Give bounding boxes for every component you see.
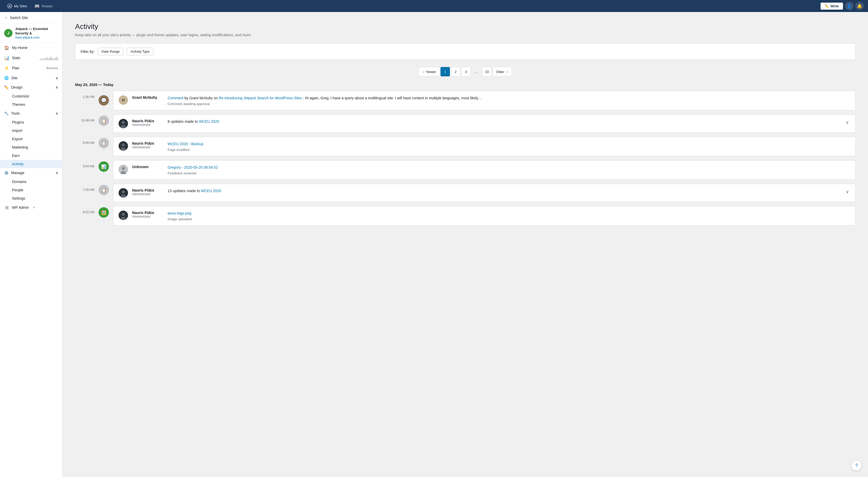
sidebar-item-customize[interactable]: Customize (0, 92, 62, 100)
nauris-name-2: Nauris Pūķis (132, 119, 163, 123)
activity-sub-3: Page modified (167, 148, 850, 152)
stem-5: 📋 (98, 182, 109, 197)
sidebar-label-stats: Stats (12, 56, 20, 60)
backup-icon-3: 📋 (98, 138, 109, 148)
site-url[interactable]: View jetpack.com (15, 36, 58, 39)
nauris-role-3: Administrator (132, 146, 163, 149)
svg-text:W: W (9, 5, 11, 7)
reader-nav[interactable]: 📖 Reader (31, 2, 56, 10)
pagination: ← Newer 1 2 3 … 33 Older → (75, 67, 856, 76)
svg-point-9 (122, 167, 125, 170)
sidebar-item-domains[interactable]: Domains (0, 178, 62, 186)
write-icon: ✏️ (825, 4, 829, 8)
svg-point-6 (122, 144, 125, 147)
activity-content-3: WCEU 2020 - Backup Page modified (167, 141, 850, 152)
nauris-role-6: Administrator (132, 215, 163, 218)
sidebar-item-design[interactable]: ✏️ Design ∧ (0, 83, 62, 92)
activity-card-5: Nauris Pūķis Administrator 13 updates ma… (113, 184, 856, 202)
user-avatar-icon[interactable]: 👤 (845, 2, 854, 10)
date-group-label: May 20, 2020 — Today (75, 83, 114, 87)
time-730am: 7:30 AM (83, 188, 94, 192)
app-layout: ← Switch Site J Jetpack — Essential Secu… (0, 12, 868, 477)
sidebar-item-wp-admin[interactable]: ⊞ WP Admin ↗ (0, 202, 62, 213)
time-136pm: 1:36 PM (83, 95, 94, 99)
filter-bar: Filter by: Date Range Activity Type (75, 43, 856, 60)
sidebar-item-export[interactable]: Export (0, 135, 62, 143)
back-arrow-icon: ← (4, 15, 8, 20)
activity-item-6: 6:02 AM 🖼️ Naur (75, 204, 856, 228)
activity-item-5: 7:30 AM 📋 Nauri (75, 182, 856, 204)
sidebar-item-my-home[interactable]: 🏠 My Home (0, 43, 62, 53)
write-button[interactable]: ✏️ Write (820, 3, 843, 10)
my-sites-nav[interactable]: W My Sites (4, 2, 30, 10)
sidebar-item-plugins[interactable]: Plugins (0, 118, 62, 126)
page-2-button[interactable]: 2 (451, 67, 460, 76)
stem-1: 💬 (98, 89, 109, 108)
image-icon-6: 🖼️ (98, 207, 109, 218)
sidebar-item-stats[interactable]: 📊 Stats (0, 53, 62, 63)
older-button[interactable]: Older → (493, 67, 512, 76)
newer-button[interactable]: ← Newer (418, 67, 439, 76)
page-3-button[interactable]: 3 (461, 67, 471, 76)
expand-button-5[interactable]: ∨ (845, 188, 850, 195)
date-range-filter[interactable]: Date Range (98, 48, 124, 55)
backup-link[interactable]: WCEU 2020 - Backup (167, 142, 203, 146)
sidebar-label-wp-admin: WP Admin (12, 205, 29, 210)
page-description: Keep tabs on all your site's activity — … (75, 33, 856, 37)
comment-link[interactable]: Comment (167, 96, 184, 100)
activity-card-4: Unknown Gregory - 2020-05-20 08:04:52 Fe… (113, 160, 856, 180)
sidebar-item-earn[interactable]: Earn (0, 152, 62, 160)
post-link-1[interactable]: Re-introducing Jetpack Search for WordPr… (219, 96, 302, 100)
site-name: Jetpack — Essential Security & (15, 27, 58, 36)
switch-site-button[interactable]: ← Switch Site (0, 12, 62, 24)
sidebar-item-plan[interactable]: ⚡ Plan Business (0, 63, 62, 73)
time-1048am: 10:48 AM (81, 119, 94, 122)
sidebar-item-activity[interactable]: Activity (0, 160, 62, 168)
unknown-name: Unknown (132, 165, 163, 169)
activity-section: May 20, 2020 — Today 1:36 PM 💬 M (75, 83, 856, 228)
sidebar-item-import[interactable]: Import (0, 126, 62, 135)
wp-admin-icon: ⊞ (4, 205, 9, 210)
nauris-name-5: Nauris Pūķis (132, 188, 163, 192)
sidebar-item-tools[interactable]: 🔧 Tools ∧ (0, 109, 62, 118)
sidebar-item-site[interactable]: 🌐 Site ∨ (0, 73, 62, 83)
page-33-button[interactable]: 33 (482, 67, 492, 76)
sidebar-item-manage[interactable]: ⚙️ Manage ∧ (0, 168, 62, 178)
sidebar-item-settings[interactable]: Settings (0, 194, 62, 202)
wceu-link-2[interactable]: WCEU 2020 (199, 119, 219, 124)
wceu-logo-link[interactable]: wceu-logo.png (167, 211, 191, 215)
stem-3: 📋 (98, 135, 109, 150)
help-button[interactable]: ? (851, 460, 862, 471)
nauris-avatar-3 (119, 141, 128, 151)
sidebar-site-info: J Jetpack — Essential Security & View je… (0, 24, 62, 43)
top-navigation: W My Sites 📖 Reader ✏️ Write 👤 🔔 (0, 0, 868, 12)
design-icon: ✏️ (4, 85, 9, 89)
activity-content-1: Comment by Grant McNulty on Re-introduci… (167, 95, 850, 106)
wceu-link-5[interactable]: WCEU 2020 (201, 189, 221, 193)
activity-card-1: M Grant McNulty Comment by Grant McNulty… (113, 91, 856, 110)
date-header: May 20, 2020 — Today (75, 83, 856, 87)
page-ellipsis: … (472, 67, 481, 76)
topnav-right: ✏️ Write 👤 🔔 (820, 2, 864, 10)
chevron-down-icon: ∨ (56, 76, 58, 80)
update-icon-2: 📋 (98, 116, 109, 126)
expand-button-2[interactable]: ∨ (845, 119, 850, 126)
activity-content-5: 13 updates made to WCEU 2020 (167, 188, 841, 194)
site-icon: J (4, 29, 12, 37)
page-title: Activity (75, 23, 856, 31)
tools-icon: 🔧 (4, 111, 9, 116)
chevron-up-icon: ∧ (56, 85, 58, 89)
activity-type-filter[interactable]: Activity Type (127, 48, 154, 55)
stem-2: 📋 (98, 112, 109, 128)
page-1-button[interactable]: 1 (440, 67, 450, 76)
sidebar-label-site: Site (11, 76, 18, 80)
notifications-icon[interactable]: 🔔 (856, 2, 864, 10)
sidebar-item-themes[interactable]: Themes (0, 100, 62, 109)
stats-mini-chart (40, 56, 58, 60)
sidebar-item-people[interactable]: People (0, 186, 62, 194)
gregory-link[interactable]: Gregory - 2020-05-20 08:04:52 (167, 165, 218, 169)
sidebar-item-marketing[interactable]: Marketing (0, 143, 62, 152)
update-icon-5: 📋 (98, 185, 109, 195)
sidebar-label-my-home: My Home (12, 45, 28, 50)
activity-item-4: 8:04 AM 📊 Unkno (75, 158, 856, 182)
